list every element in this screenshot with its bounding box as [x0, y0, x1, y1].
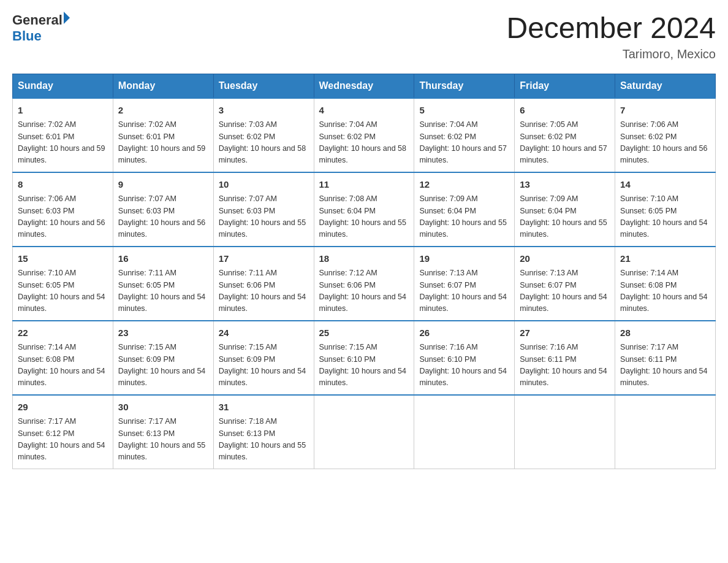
day-info: Sunrise: 7:11 AMSunset: 6:06 PMDaylight:…	[219, 267, 309, 315]
logo-arrow-icon	[64, 12, 70, 24]
day-info: Sunrise: 7:02 AMSunset: 6:01 PMDaylight:…	[18, 119, 108, 167]
calendar-day-cell: 30Sunrise: 7:17 AMSunset: 6:13 PMDayligh…	[113, 395, 213, 469]
day-number: 9	[118, 178, 208, 192]
day-info: Sunrise: 7:17 AMSunset: 6:11 PMDaylight:…	[620, 342, 710, 389]
day-number: 19	[419, 252, 509, 266]
day-info: Sunrise: 7:11 AMSunset: 6:05 PMDaylight:…	[118, 267, 208, 315]
day-info: Sunrise: 7:17 AMSunset: 6:13 PMDaylight:…	[118, 416, 208, 464]
calendar-day-cell: 1Sunrise: 7:02 AMSunset: 6:01 PMDaylight…	[13, 98, 113, 172]
day-info: Sunrise: 7:18 AMSunset: 6:13 PMDaylight:…	[219, 416, 309, 464]
day-number: 11	[319, 178, 409, 192]
header-day-saturday: Saturday	[615, 74, 716, 98]
day-info: Sunrise: 7:02 AMSunset: 6:01 PMDaylight:…	[118, 119, 208, 167]
calendar-day-cell	[314, 395, 414, 469]
day-number: 27	[520, 326, 610, 340]
title-container: December 2024 Tarimoro, Mexico	[506, 12, 716, 61]
day-info: Sunrise: 7:07 AMSunset: 6:03 PMDaylight:…	[118, 193, 208, 241]
calendar-day-cell: 6Sunrise: 7:05 AMSunset: 6:02 PMDaylight…	[515, 98, 615, 172]
day-number: 14	[620, 178, 710, 192]
calendar-day-cell: 10Sunrise: 7:07 AMSunset: 6:03 PMDayligh…	[213, 172, 314, 247]
calendar-table: SundayMondayTuesdayWednesdayThursdayFrid…	[12, 74, 716, 469]
day-number: 17	[219, 252, 309, 266]
day-number: 26	[419, 326, 509, 340]
day-info: Sunrise: 7:10 AMSunset: 6:05 PMDaylight:…	[620, 193, 710, 241]
day-info: Sunrise: 7:10 AMSunset: 6:05 PMDaylight:…	[18, 267, 108, 315]
day-info: Sunrise: 7:04 AMSunset: 6:02 PMDaylight:…	[419, 119, 509, 167]
calendar-day-cell: 18Sunrise: 7:12 AMSunset: 6:06 PMDayligh…	[314, 247, 414, 321]
day-number: 22	[18, 326, 108, 340]
day-number: 12	[419, 178, 509, 192]
calendar-day-cell: 29Sunrise: 7:17 AMSunset: 6:12 PMDayligh…	[13, 395, 113, 469]
calendar-week-row: 15Sunrise: 7:10 AMSunset: 6:05 PMDayligh…	[13, 247, 716, 321]
day-info: Sunrise: 7:14 AMSunset: 6:08 PMDaylight:…	[620, 267, 710, 315]
day-number: 20	[520, 252, 610, 266]
calendar-day-cell: 22Sunrise: 7:14 AMSunset: 6:08 PMDayligh…	[13, 321, 113, 395]
calendar-day-cell: 3Sunrise: 7:03 AMSunset: 6:02 PMDaylight…	[213, 98, 314, 172]
calendar-day-cell: 23Sunrise: 7:15 AMSunset: 6:09 PMDayligh…	[113, 321, 213, 395]
calendar-day-cell: 5Sunrise: 7:04 AMSunset: 6:02 PMDaylight…	[414, 98, 515, 172]
day-number: 6	[520, 104, 610, 118]
day-number: 3	[219, 104, 309, 118]
day-number: 29	[18, 400, 108, 415]
day-number: 28	[620, 326, 710, 340]
logo-general-text: General	[12, 12, 63, 28]
day-info: Sunrise: 7:09 AMSunset: 6:04 PMDaylight:…	[419, 193, 509, 241]
day-number: 18	[319, 252, 409, 266]
day-info: Sunrise: 7:15 AMSunset: 6:10 PMDaylight:…	[319, 342, 409, 389]
logo-blue-text: Blue	[12, 28, 70, 44]
calendar-day-cell: 28Sunrise: 7:17 AMSunset: 6:11 PMDayligh…	[615, 321, 716, 395]
calendar-week-row: 29Sunrise: 7:17 AMSunset: 6:12 PMDayligh…	[13, 395, 716, 469]
header-day-sunday: Sunday	[13, 74, 113, 98]
day-number: 31	[219, 400, 309, 415]
calendar-day-cell: 31Sunrise: 7:18 AMSunset: 6:13 PMDayligh…	[213, 395, 314, 469]
day-info: Sunrise: 7:13 AMSunset: 6:07 PMDaylight:…	[419, 267, 509, 315]
day-number: 13	[520, 178, 610, 192]
calendar-day-cell: 27Sunrise: 7:16 AMSunset: 6:11 PMDayligh…	[515, 321, 615, 395]
calendar-header-row: SundayMondayTuesdayWednesdayThursdayFrid…	[13, 74, 716, 98]
calendar-week-row: 22Sunrise: 7:14 AMSunset: 6:08 PMDayligh…	[13, 321, 716, 395]
day-info: Sunrise: 7:06 AMSunset: 6:03 PMDaylight:…	[18, 193, 108, 241]
day-number: 8	[18, 178, 108, 192]
header-day-monday: Monday	[113, 74, 213, 98]
day-info: Sunrise: 7:15 AMSunset: 6:09 PMDaylight:…	[219, 342, 309, 389]
calendar-day-cell: 11Sunrise: 7:08 AMSunset: 6:04 PMDayligh…	[314, 172, 414, 247]
day-info: Sunrise: 7:07 AMSunset: 6:03 PMDaylight:…	[219, 193, 309, 241]
calendar-day-cell: 15Sunrise: 7:10 AMSunset: 6:05 PMDayligh…	[13, 247, 113, 321]
day-number: 15	[18, 252, 108, 266]
calendar-day-cell: 16Sunrise: 7:11 AMSunset: 6:05 PMDayligh…	[113, 247, 213, 321]
day-info: Sunrise: 7:03 AMSunset: 6:02 PMDaylight:…	[219, 119, 309, 167]
calendar-day-cell: 26Sunrise: 7:16 AMSunset: 6:10 PMDayligh…	[414, 321, 515, 395]
calendar-day-cell: 14Sunrise: 7:10 AMSunset: 6:05 PMDayligh…	[615, 172, 716, 247]
day-number: 7	[620, 104, 710, 118]
calendar-day-cell: 25Sunrise: 7:15 AMSunset: 6:10 PMDayligh…	[314, 321, 414, 395]
day-info: Sunrise: 7:09 AMSunset: 6:04 PMDaylight:…	[520, 193, 610, 241]
location-title: Tarimoro, Mexico	[506, 47, 716, 61]
day-number: 23	[118, 326, 208, 340]
header-day-tuesday: Tuesday	[213, 74, 314, 98]
calendar-week-row: 8Sunrise: 7:06 AMSunset: 6:03 PMDaylight…	[13, 172, 716, 247]
calendar-day-cell: 2Sunrise: 7:02 AMSunset: 6:01 PMDaylight…	[113, 98, 213, 172]
day-info: Sunrise: 7:08 AMSunset: 6:04 PMDaylight:…	[319, 193, 409, 241]
calendar-day-cell: 13Sunrise: 7:09 AMSunset: 6:04 PMDayligh…	[515, 172, 615, 247]
day-number: 16	[118, 252, 208, 266]
header-day-friday: Friday	[515, 74, 615, 98]
day-info: Sunrise: 7:05 AMSunset: 6:02 PMDaylight:…	[520, 119, 610, 167]
calendar-day-cell: 19Sunrise: 7:13 AMSunset: 6:07 PMDayligh…	[414, 247, 515, 321]
day-number: 10	[219, 178, 309, 192]
calendar-day-cell: 7Sunrise: 7:06 AMSunset: 6:02 PMDaylight…	[615, 98, 716, 172]
calendar-day-cell: 9Sunrise: 7:07 AMSunset: 6:03 PMDaylight…	[113, 172, 213, 247]
day-number: 30	[118, 400, 208, 415]
day-number: 1	[18, 104, 108, 118]
day-number: 21	[620, 252, 710, 266]
day-number: 25	[319, 326, 409, 340]
day-info: Sunrise: 7:13 AMSunset: 6:07 PMDaylight:…	[520, 267, 610, 315]
day-info: Sunrise: 7:16 AMSunset: 6:10 PMDaylight:…	[419, 342, 509, 389]
calendar-week-row: 1Sunrise: 7:02 AMSunset: 6:01 PMDaylight…	[13, 98, 716, 172]
calendar-day-cell: 24Sunrise: 7:15 AMSunset: 6:09 PMDayligh…	[213, 321, 314, 395]
page-header: General Blue December 2024 Tarimoro, Mex…	[12, 12, 716, 61]
calendar-day-cell	[615, 395, 716, 469]
day-info: Sunrise: 7:04 AMSunset: 6:02 PMDaylight:…	[319, 119, 409, 167]
header-day-thursday: Thursday	[414, 74, 515, 98]
day-info: Sunrise: 7:06 AMSunset: 6:02 PMDaylight:…	[620, 119, 710, 167]
logo: General Blue	[12, 12, 70, 44]
